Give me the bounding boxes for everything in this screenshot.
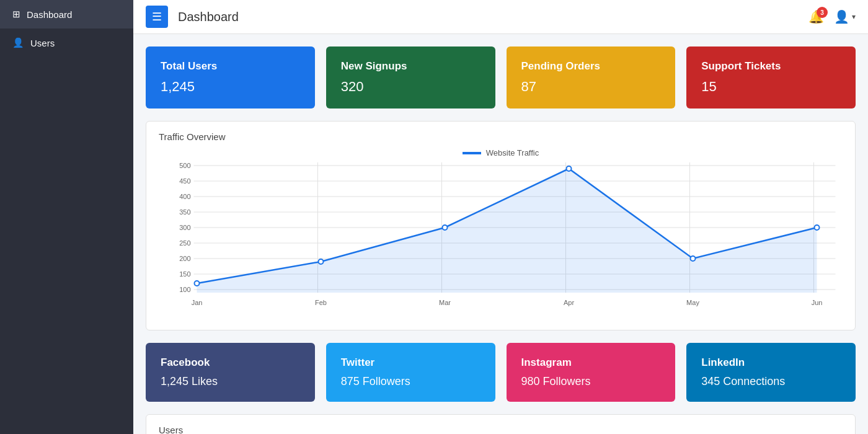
stat-card-value: 320 (341, 79, 480, 95)
social-card-title: Facebook (161, 356, 300, 369)
social-card-linkedin: LinkedIn 345 Connections (686, 343, 856, 402)
dashboard-content: Total Users 1,245 New Signups 320 Pendin… (133, 34, 868, 434)
social-card-title: Instagram (521, 356, 661, 369)
svg-text:400: 400 (179, 193, 190, 200)
dashboard-icon: ⊞ (12, 9, 20, 20)
stat-card-title: New Signups (341, 60, 480, 73)
traffic-chart-container: Traffic Overview Website Traffic (146, 121, 856, 330)
chart-legend: Website Traffic (159, 148, 843, 157)
stat-card-total-users: Total Users 1,245 (146, 46, 315, 108)
users-icon: 👤 (12, 37, 24, 48)
chart-point-jan (195, 281, 200, 286)
sidebar-toggle-button[interactable]: ☰ (146, 6, 168, 28)
stat-card-pending-orders: Pending Orders 87 (507, 46, 676, 108)
chart-title: Traffic Overview (159, 131, 843, 142)
svg-text:500: 500 (179, 162, 190, 169)
x-label-apr: Apr (564, 299, 574, 306)
legend-label: Website Traffic (486, 148, 539, 157)
sidebar-item-label: Dashboard (27, 9, 72, 20)
stat-card-value: 15 (701, 79, 841, 95)
sidebar: ⊞ Dashboard 👤 Users (0, 0, 133, 434)
svg-text:150: 150 (179, 270, 190, 278)
x-label-feb: Feb (315, 299, 327, 306)
topbar: ☰ Dashboard 🔔 3 👤 ▾ (133, 0, 868, 34)
stat-card-value: 87 (521, 79, 661, 95)
hamburger-icon: ☰ (152, 10, 162, 24)
social-card-title: LinkedIn (701, 356, 841, 369)
user-avatar-icon: 👤 (834, 9, 849, 24)
chart-point-jun (815, 225, 820, 230)
svg-text:350: 350 (179, 208, 190, 216)
x-label-jun: Jun (812, 299, 823, 306)
sidebar-item-dashboard[interactable]: ⊞ Dashboard (0, 0, 133, 29)
notification-badge: 3 (817, 7, 828, 18)
social-card-value: 875 Followers (341, 375, 480, 388)
x-label-may: May (686, 299, 699, 306)
social-card-title: Twitter (341, 356, 480, 369)
user-dropdown-icon: ▾ (852, 12, 856, 21)
social-card-instagram: Instagram 980 Followers (507, 343, 676, 402)
chart-point-may (691, 256, 696, 261)
chart-point-feb (319, 259, 324, 264)
main-content: ☰ Dashboard 🔔 3 👤 ▾ Total Users 1,245 Ne… (133, 0, 868, 434)
traffic-chart-svg: 500 450 400 350 300 250 200 150 100 (159, 162, 843, 317)
svg-text:450: 450 (179, 177, 190, 185)
notifications-button[interactable]: 🔔 3 (808, 9, 824, 24)
stat-cards-grid: Total Users 1,245 New Signups 320 Pendin… (146, 46, 856, 108)
stat-card-title: Total Users (161, 60, 300, 73)
social-card-value: 345 Connections (701, 375, 841, 388)
sidebar-item-label: Users (30, 38, 55, 48)
social-cards-grid: Facebook 1,245 Likes Twitter 875 Followe… (146, 343, 856, 402)
topbar-icons: 🔔 3 👤 ▾ (808, 9, 856, 24)
social-card-value: 980 Followers (521, 375, 661, 388)
users-section: Users (146, 414, 856, 434)
legend-line-icon (463, 152, 481, 154)
chart-point-apr (567, 166, 572, 171)
chart-area-fill (197, 169, 817, 293)
social-card-value: 1,245 Likes (161, 375, 300, 388)
svg-text:100: 100 (179, 286, 190, 293)
users-section-title: Users (159, 425, 843, 434)
x-label-jan: Jan (192, 299, 203, 306)
svg-text:250: 250 (179, 239, 190, 247)
social-card-twitter: Twitter 875 Followers (326, 343, 495, 402)
x-label-mar: Mar (439, 299, 451, 306)
stat-card-new-signups: New Signups 320 (326, 46, 495, 108)
chart-point-mar (443, 225, 448, 230)
user-menu-button[interactable]: 👤 ▾ (834, 9, 856, 24)
sidebar-item-users[interactable]: 👤 Users (0, 29, 133, 57)
page-title: Dashboard (178, 10, 799, 24)
stat-card-title: Support Tickets (701, 60, 841, 73)
svg-text:200: 200 (179, 255, 190, 262)
stat-card-value: 1,245 (161, 79, 300, 95)
stat-card-support-tickets: Support Tickets 15 (686, 46, 856, 108)
stat-card-title: Pending Orders (521, 60, 661, 73)
social-card-facebook: Facebook 1,245 Likes (146, 343, 315, 402)
svg-text:300: 300 (179, 224, 190, 231)
